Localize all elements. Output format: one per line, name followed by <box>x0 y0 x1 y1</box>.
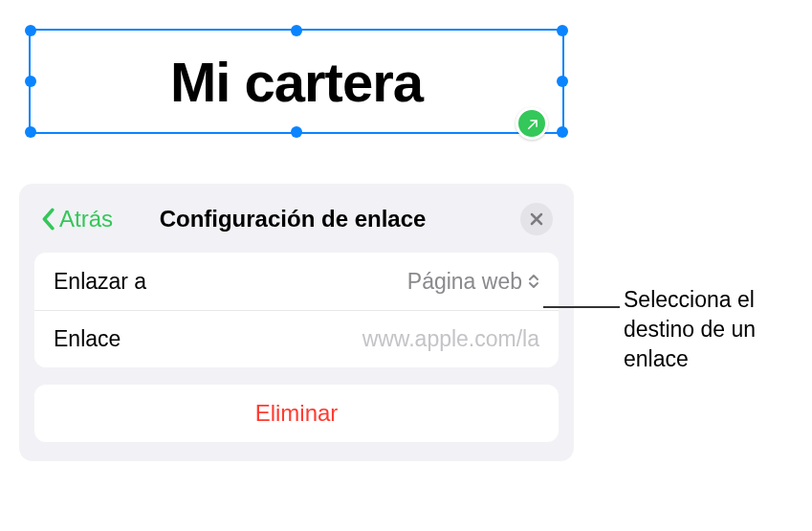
resize-handle-middle-left[interactable] <box>25 76 36 87</box>
resize-handle-top-right[interactable] <box>557 25 568 36</box>
callout-text: Selecciona el destino de un enlace <box>624 285 796 374</box>
resize-handle-bottom-middle[interactable] <box>291 126 302 138</box>
link-url-placeholder: www.apple.com/la <box>362 326 539 352</box>
close-icon <box>530 212 543 226</box>
canvas-area: Mi cartera <box>19 19 574 163</box>
callout-line <box>543 306 620 308</box>
chevron-left-icon <box>40 208 55 231</box>
resize-handle-bottom-right[interactable] <box>557 126 568 138</box>
resize-handle-top-middle[interactable] <box>291 25 302 36</box>
link-to-value-text: Página web <box>407 269 522 295</box>
updown-icon <box>528 274 539 289</box>
link-to-label: Enlazar a <box>54 269 146 295</box>
link-fields-group: Enlazar a Página web Enlace www.apple.co… <box>34 253 559 367</box>
selected-text: Mi cartera <box>170 50 423 114</box>
link-to-row[interactable]: Enlazar a Página web <box>34 253 559 310</box>
delete-group: Eliminar <box>34 385 559 442</box>
resize-handle-bottom-left[interactable] <box>25 126 36 138</box>
link-url-label: Enlace <box>54 326 121 352</box>
panel-title: Configuración de enlace <box>65 206 520 232</box>
link-settings-panel: Atrás Configuración de enlace Enlazar a … <box>19 184 574 461</box>
resize-handle-middle-right[interactable] <box>557 76 568 87</box>
resize-handle-top-left[interactable] <box>25 25 36 36</box>
close-button[interactable] <box>520 203 553 235</box>
selected-text-box[interactable]: Mi cartera <box>29 29 564 134</box>
link-url-row[interactable]: Enlace www.apple.com/la <box>34 310 559 367</box>
link-to-value: Página web <box>407 269 539 295</box>
panel-header: Atrás Configuración de enlace <box>34 199 559 253</box>
delete-button[interactable]: Eliminar <box>34 385 559 442</box>
link-badge-icon[interactable] <box>516 107 548 140</box>
